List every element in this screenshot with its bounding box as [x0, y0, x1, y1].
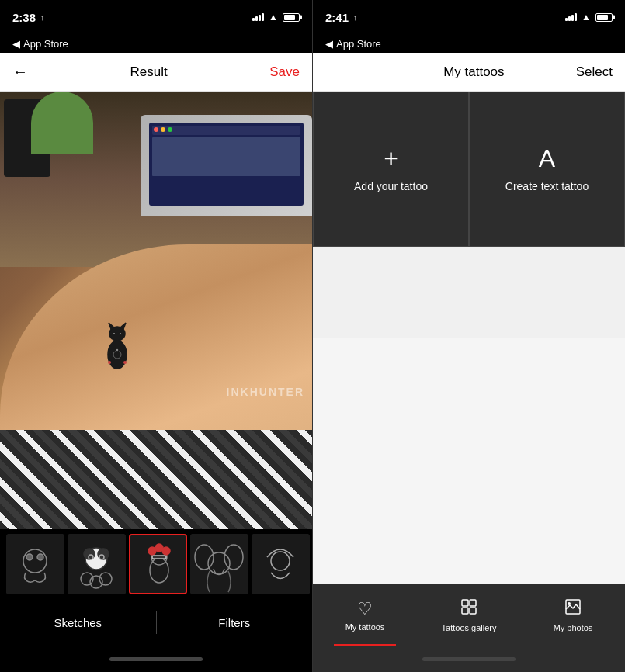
laptop-menu-bar [152, 126, 300, 135]
back-chevron-left: ◀ [12, 38, 20, 50]
thumb-4-svg [190, 534, 248, 594]
nav-bar-left: ← Result Save [0, 53, 312, 92]
create-text-tattoo-cell[interactable]: A Create text tattoo [469, 92, 625, 247]
add-tattoo-cell[interactable]: + Add your tattoo [313, 92, 469, 247]
image-placeholder: INKHUNTER [0, 92, 312, 529]
photos-icon [564, 598, 582, 620]
thumb-3-svg [130, 535, 187, 594]
svg-rect-10 [6, 534, 64, 594]
tab-my-tattoos[interactable]: ♡ My tattoos [313, 584, 417, 646]
thumbnail-4[interactable] [190, 534, 248, 594]
nav-title-left: Result [130, 64, 168, 80]
app-store-bar-right: ◀ App Store [313, 34, 625, 53]
time-left: 2:38 [12, 11, 36, 24]
svg-point-0 [108, 341, 127, 369]
svg-point-8 [108, 361, 111, 364]
text-icon: A [539, 146, 555, 171]
select-button[interactable]: Select [576, 64, 613, 80]
svg-rect-30 [190, 534, 248, 594]
svg-point-7 [116, 348, 119, 352]
battery-icon-left [283, 13, 300, 22]
empty-content-area [313, 338, 625, 584]
battery-icon-right [595, 13, 613, 22]
tab-sketches-label: Sketches [54, 616, 102, 629]
add-tattoo-label: Add your tattoo [354, 180, 428, 192]
app-store-bar-left: ◀ App Store [0, 34, 312, 53]
tab-sketches[interactable]: Sketches [0, 599, 156, 646]
svg-rect-38 [462, 608, 468, 614]
nav-title-right: My tattoos [372, 64, 576, 80]
thumbnail-5[interactable] [252, 534, 310, 594]
nav-bar-right: My tattoos Select [313, 53, 625, 92]
laptop-screen [149, 123, 304, 206]
svg-rect-37 [470, 600, 476, 606]
tab-tattoos-gallery-label: Tattoos gallery [442, 623, 497, 632]
svg-point-18 [89, 555, 93, 559]
svg-point-19 [99, 555, 104, 559]
laptop [141, 115, 312, 216]
thumbnail-3-selected[interactable] [129, 534, 187, 594]
bottom-tabs-right: ♡ My tattoos Tattoos gallery [313, 584, 625, 646]
save-button[interactable]: Save [269, 64, 300, 80]
svg-point-13 [37, 554, 43, 560]
svg-point-28 [162, 547, 170, 555]
heart-icon: ♡ [357, 599, 373, 619]
wifi-icon-right: ▲ [582, 12, 591, 23]
status-bar-right: 2:41 ↑ ▲ [313, 0, 625, 34]
svg-point-41 [568, 602, 571, 605]
main-image-area: INKHUNTER [0, 92, 312, 529]
grid-area: + Add your tattoo A Create text tattoo [313, 92, 625, 338]
tab-filters[interactable]: Filters [157, 599, 313, 646]
thumbnail-1[interactable] [6, 534, 64, 594]
left-panel: 2:38 ↑ ▲ ◀ App Store ← Result Save [0, 0, 312, 672]
signal-icon-left [252, 13, 264, 21]
location-icon-right: ↑ [353, 12, 358, 22]
cafe-background [0, 92, 312, 267]
home-indicator-right [313, 646, 625, 672]
home-bar-right [422, 657, 516, 661]
app-store-back-left[interactable]: ◀ App Store [12, 38, 68, 50]
status-icons-left: ▲ [252, 12, 300, 23]
tab-my-photos[interactable]: My photos [521, 584, 625, 646]
home-indicator-left [0, 646, 312, 672]
svg-rect-36 [462, 600, 468, 606]
photos-grid-icon [564, 598, 582, 615]
back-chevron-right: ◀ [325, 38, 333, 50]
svg-point-5 [119, 333, 121, 335]
home-bar-left [109, 657, 203, 661]
back-arrow-left[interactable]: ← [12, 63, 28, 81]
thumbnail-2[interactable] [68, 534, 126, 594]
thumb-1-svg [6, 534, 64, 594]
tattoo-svg [98, 320, 137, 374]
tab-filters-label: Filters [218, 616, 250, 629]
signal-icon-right [565, 13, 577, 21]
person-figure [31, 92, 93, 154]
tab-tattoos-gallery[interactable]: Tattoos gallery [417, 584, 521, 646]
gallery-grid-icon [460, 598, 477, 615]
status-icons-right: ▲ [565, 12, 613, 23]
status-time-left: 2:38 ↑ [12, 11, 45, 24]
grid-icon [460, 598, 477, 620]
location-icon-left: ↑ [40, 12, 45, 22]
svg-rect-29 [152, 556, 166, 559]
svg-marker-2 [109, 323, 114, 329]
create-text-tattoo-label: Create text tattoo [505, 180, 589, 192]
svg-marker-3 [120, 323, 126, 329]
tab-my-tattoos-label: My tattoos [345, 622, 385, 632]
thumb-2-svg [68, 534, 126, 594]
app-store-label-left: App Store [23, 38, 68, 50]
svg-point-4 [113, 333, 115, 335]
time-right: 2:41 [325, 11, 349, 24]
app-store-back-right[interactable]: ◀ App Store [325, 38, 381, 50]
svg-point-9 [123, 361, 127, 364]
app-store-label-right: App Store [336, 38, 381, 50]
tattoo-overlay [94, 316, 141, 378]
right-panel: 2:41 ↑ ▲ ◀ App Store My tattoos Select [313, 0, 625, 672]
add-icon: + [384, 146, 398, 171]
watermark: INKHUNTER [227, 386, 304, 398]
svg-rect-34 [252, 534, 310, 594]
thumbnail-strip [0, 529, 312, 599]
svg-point-12 [26, 554, 33, 560]
status-time-right: 2:41 ↑ [325, 11, 358, 24]
svg-rect-39 [470, 608, 476, 614]
